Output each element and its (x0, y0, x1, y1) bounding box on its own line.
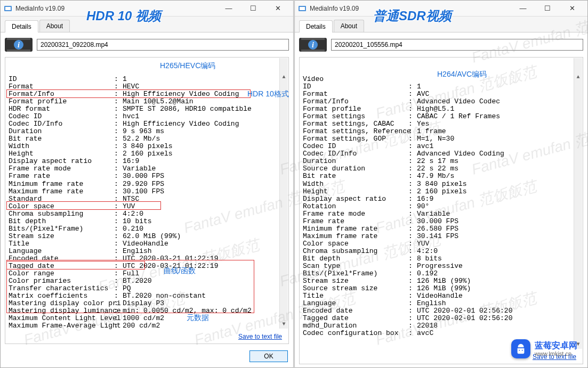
svg-rect-11 (301, 50, 325, 52)
detail-value: 90° (417, 203, 579, 210)
tab-about[interactable]: About (334, 20, 364, 32)
detail-row: Codec ID/Info: High Efficiency Video Cod… (9, 120, 285, 128)
detail-key: Maximum frame rate (303, 233, 408, 240)
minimize-button[interactable]: — (216, 1, 241, 16)
detail-key: Format/Info (9, 91, 114, 98)
detail-value: 62.0 MiB (99%) (123, 233, 285, 240)
svg-text:i: i (18, 41, 20, 49)
detail-key: Minimum frame rate (303, 225, 408, 233)
detail-value: High@L5.1 (417, 105, 579, 113)
detail-value: High Efficiency Video Coding (123, 91, 285, 98)
app-icon (298, 4, 307, 13)
detail-row: Tagged date: UTC 2020-02-01 02:56:20 (303, 315, 579, 322)
detail-key: HDR format (9, 105, 114, 113)
detail-key: Tagged date (9, 263, 114, 270)
detail-key: Stream size (9, 233, 114, 240)
detail-row: Frame rate: 30.000 FPS (9, 173, 285, 180)
detail-row: Source stream size: 126 MiB (99%) (303, 285, 579, 292)
detail-row: Scan type: Progressive (303, 263, 579, 270)
detail-value: 1 (123, 76, 285, 83)
filename-input[interactable] (37, 39, 289, 51)
detail-value: 3 840 pixels (417, 181, 579, 188)
tab-details[interactable]: Details (299, 20, 333, 32)
detail-row: Height: 2 160 pixels (303, 188, 579, 195)
detail-key: Frame rate (303, 218, 408, 225)
detail-key: Bit depth (9, 218, 114, 225)
close-button[interactable]: ✕ (265, 1, 290, 16)
save-to-text-link[interactable]: Save to text file (238, 333, 282, 340)
scroll-down-icon[interactable]: ▼ (280, 320, 288, 329)
detail-key: Mastering display luminance (9, 307, 114, 315)
toolbar: i (1, 32, 293, 57)
detail-value: 4:2:0 (123, 210, 285, 218)
detail-row: Format/Info: Advanced Video Codec (303, 98, 579, 105)
detail-row: Mastering display luminance: min: 0.0050… (9, 307, 285, 315)
detail-value: VideoHandle (123, 240, 285, 248)
detail-value: Display P3 (123, 300, 285, 307)
detail-row: mdhd_Duration: 22018 (303, 322, 579, 330)
detail-value: CABAC / 1 Ref Frames (417, 113, 579, 120)
detail-value: Variable (417, 210, 579, 218)
detail-value: 126 MiB (99%) (417, 277, 579, 285)
detail-key: Display aspect ratio (303, 195, 408, 203)
detail-key: Bits/(Pixel*Frame) (9, 225, 114, 233)
brand-watermark: 蓝莓安卓网 www.lmkjst.cn (511, 339, 577, 358)
detail-value: VideoHandle (417, 292, 579, 300)
detail-value: 200 cd/m2 (123, 322, 285, 329)
mediainfo-icon[interactable]: i (299, 37, 327, 53)
titlebar: MediaInfo v19.09 — ☐ ✕ (1, 1, 293, 17)
detail-value: Yes (417, 120, 579, 128)
detail-row: Minimum frame rate: 29.920 FPS (9, 181, 285, 188)
filename-input[interactable] (331, 39, 583, 51)
scrollbar[interactable]: ▲ ▼ (574, 58, 582, 349)
tab-about[interactable]: About (39, 20, 70, 32)
detail-key: Codec configuration box (303, 330, 408, 337)
detail-key: Source duration (303, 165, 408, 173)
detail-key: mdhd_Duration (303, 322, 408, 330)
minimize-button[interactable]: — (511, 1, 535, 16)
detail-key: ID (303, 83, 408, 91)
detail-value: Main 10@L5.2@Main (123, 98, 285, 105)
mediainfo-icon[interactable]: i (5, 37, 33, 53)
detail-value: 4:2:0 (417, 248, 579, 255)
ok-button[interactable]: OK (249, 350, 288, 362)
detail-value: 1000 cd/m2 (123, 315, 285, 322)
detail-value: 47.9 Mb/s (417, 173, 579, 180)
detail-key: Minimum frame rate (9, 181, 114, 188)
detail-row: Color primaries: BT.2020 (9, 277, 285, 285)
detail-value: Advanced Video Coding (417, 150, 579, 158)
detail-key: Codec ID (303, 143, 408, 150)
detail-value: 22018 (417, 322, 579, 330)
close-button[interactable]: ✕ (560, 1, 584, 16)
scrollbar[interactable]: ▲ ▼ (279, 58, 288, 329)
brand-name: 蓝莓安卓网 (535, 341, 577, 350)
detail-row: Standard: NTSC (9, 195, 285, 203)
detail-row: Format settings, CABAC: Yes (303, 120, 579, 128)
maximize-button[interactable]: ☐ (535, 1, 560, 16)
detail-row: Height: 2 160 pixels (9, 150, 285, 158)
detail-key: Scan type (303, 263, 408, 270)
tab-details[interactable]: Details (5, 20, 38, 32)
details-pane[interactable]: VideoID: 1Format: AVCFormat/Info: Advanc… (300, 58, 583, 349)
detail-key: Bits/(Pixel*Frame) (303, 270, 408, 277)
maximize-button[interactable]: ☐ (241, 1, 265, 16)
section-header: Video (303, 76, 579, 83)
detail-key: Encoded date (303, 307, 408, 315)
detail-key: Duration (303, 158, 408, 165)
detail-key: Color primaries (9, 277, 114, 285)
details-pane[interactable]: ID: 1Format: HEVCFormat/Info: High Effic… (5, 58, 288, 329)
tabs: Details About (295, 17, 587, 32)
detail-value: 22 s 22 ms (417, 165, 579, 173)
detail-key: Bit rate (303, 173, 408, 180)
detail-key: Format (303, 91, 408, 98)
detail-key: Maximum Frame-Average Light (9, 322, 114, 329)
detail-row: Format: AVC (303, 91, 579, 98)
detail-row: Bit depth: 10 bits (9, 218, 285, 225)
detail-key: Height (9, 150, 114, 158)
detail-value: 10 bits (123, 218, 285, 225)
detail-row: Language: English (9, 248, 285, 255)
detail-row: Format settings, GOP: M=1, N=30 (303, 135, 579, 143)
detail-value: 2 160 pixels (417, 188, 579, 195)
detail-value: 29.920 FPS (123, 181, 285, 188)
svg-rect-8 (300, 7, 305, 10)
